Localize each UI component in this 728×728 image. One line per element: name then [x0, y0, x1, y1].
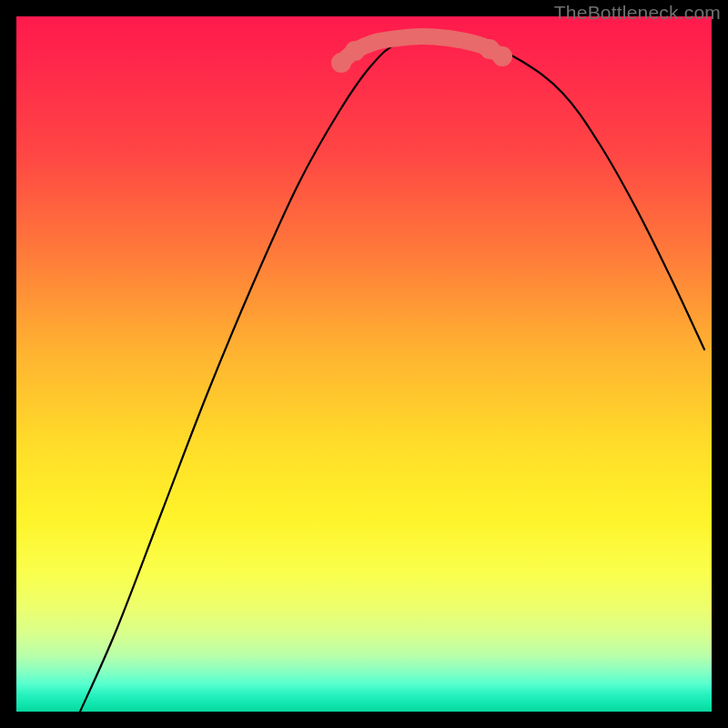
optimal-range-marker: [341, 36, 502, 63]
chart-frame: TheBottleneck.com: [0, 0, 728, 728]
chart-plot-area: [16, 16, 712, 712]
bottleneck-curve: [80, 38, 704, 712]
optimal-range-dot: [345, 41, 365, 61]
chart-svg: [16, 16, 712, 712]
optimal-range-dot: [492, 46, 512, 66]
watermark-text: TheBottleneck.com: [554, 2, 721, 24]
